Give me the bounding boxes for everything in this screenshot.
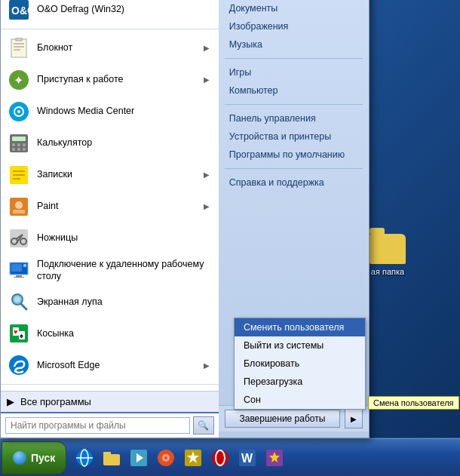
right-item-music[interactable]: Музыка xyxy=(219,35,369,54)
menu-item-solitaire[interactable]: ♥ ♠ Косынка xyxy=(1,318,219,349)
menu-item-paint[interactable]: Paint ▶ xyxy=(1,191,219,223)
magnify-icon xyxy=(7,290,31,314)
start-label: Пуск xyxy=(31,452,55,464)
all-programs-button[interactable]: ▶ Все программы xyxy=(1,391,219,412)
submenu-logout[interactable]: Выйти из системы xyxy=(235,336,365,355)
work-arrow-icon: ▶ xyxy=(204,75,213,84)
start-items-list: Программы и компоненты - Ярлык O&O O&O D… xyxy=(1,0,219,391)
svg-text:W: W xyxy=(241,452,253,465)
menu-item-defrag[interactable]: O&O O&O Defrag (Win32) xyxy=(1,0,219,26)
submenu-switch-user[interactable]: Сменить пользователя xyxy=(235,318,365,336)
menu-item-calc-label: Калькулятор xyxy=(37,137,213,149)
submenu-logout-label: Выйти из системы xyxy=(244,340,324,351)
svg-rect-23 xyxy=(12,148,15,151)
menu-item-scissors[interactable]: Ножницы xyxy=(1,223,219,254)
taskbar-wmp-icon[interactable] xyxy=(154,446,178,470)
taskbar-star-icon[interactable] xyxy=(262,446,287,470)
svg-text:♠: ♠ xyxy=(20,332,23,339)
right-item-computer[interactable]: Компьютер xyxy=(219,81,369,100)
right-item-images[interactable]: Изображения xyxy=(219,17,369,35)
shutdown-label: Завершение работы xyxy=(239,413,325,424)
work-icon: ✦ xyxy=(7,68,31,92)
menu-item-solitaire-label: Косынка xyxy=(37,327,213,339)
all-programs-arrow-icon: ▶ xyxy=(7,396,14,407)
taskbar-flash-icon[interactable] xyxy=(181,446,205,470)
menu-item-notes-label: Записки xyxy=(37,168,198,180)
scissors-icon xyxy=(7,226,31,250)
menu-item-wmc[interactable]: Windows Media Center xyxy=(1,96,219,127)
submenu-restart[interactable]: Перезагрузка xyxy=(235,373,365,391)
start-menu-left: Программы и компоненты - Ярлык O&O O&O D… xyxy=(1,0,219,438)
notes-icon xyxy=(7,163,31,187)
svg-text:♥: ♥ xyxy=(14,328,17,336)
right-divider-2 xyxy=(225,58,363,59)
edge-icon xyxy=(7,353,31,377)
svg-text:O&O: O&O xyxy=(11,5,29,17)
svg-point-45 xyxy=(14,296,20,302)
defrag-icon: O&O xyxy=(7,0,31,22)
right-item-control-panel[interactable]: Панель управления xyxy=(219,109,369,127)
svg-rect-12 xyxy=(16,38,22,41)
menu-item-work[interactable]: ✦ Приступая к работе ▶ xyxy=(1,64,219,96)
paint-icon xyxy=(7,195,31,219)
edge-arrow-icon: ▶ xyxy=(204,361,213,370)
submenu-lock[interactable]: Блокировать xyxy=(235,355,365,373)
tooltip-popup: Смена пользователя xyxy=(368,396,459,410)
taskbar-items: W xyxy=(66,446,460,470)
menu-divider-1 xyxy=(1,29,219,29)
svg-rect-42 xyxy=(11,264,22,272)
menu-item-notepad[interactable]: Блокнот ▶ xyxy=(1,32,219,64)
right-item-images-label: Изображения xyxy=(229,21,289,32)
right-item-devices[interactable]: Устройства и принтеры xyxy=(219,127,369,146)
desktop-folder[interactable]: ая папка xyxy=(370,234,406,276)
folder-icon xyxy=(370,234,406,264)
start-orb-icon xyxy=(13,451,26,465)
menu-item-edge[interactable]: Microsoft Edge ▶ xyxy=(1,349,219,381)
svg-rect-68 xyxy=(103,452,111,456)
menu-item-rdp[interactable]: Подключение к удаленному рабочему столу xyxy=(1,254,219,287)
menu-item-magnify[interactable]: Экранная лупа xyxy=(1,286,219,318)
taskbar-word-icon[interactable]: W xyxy=(235,446,259,470)
menu-divider-2 xyxy=(1,384,219,385)
start-button[interactable]: Пуск xyxy=(2,441,66,474)
svg-rect-40 xyxy=(16,275,22,277)
rdp-icon xyxy=(7,258,31,282)
right-item-default-programs-label: Программы по умолчанию xyxy=(229,149,345,160)
right-divider-4 xyxy=(225,168,363,169)
svg-point-31 xyxy=(15,201,23,209)
paint-arrow-icon: ▶ xyxy=(204,202,213,210)
svg-rect-8 xyxy=(11,39,26,57)
right-item-documents[interactable]: Документы xyxy=(219,0,369,17)
menu-item-work-label: Приступая к работе xyxy=(37,73,198,85)
menu-item-wmc-label: Windows Media Center xyxy=(37,105,213,117)
right-item-devices-label: Устройства и принтеры xyxy=(229,131,331,142)
right-item-help-label: Справка и поддержка xyxy=(229,177,324,188)
submenu-switch-user-label: Сменить пользователя xyxy=(244,322,344,333)
shutdown-submenu: Сменить пользователя Выйти из системы Бл… xyxy=(234,318,366,410)
right-item-games[interactable]: Игры xyxy=(219,63,369,81)
right-item-computer-label: Компьютер xyxy=(229,85,278,96)
taskbar: Пуск xyxy=(0,438,460,476)
menu-item-notepad-label: Блокнот xyxy=(37,41,198,54)
svg-point-77 xyxy=(216,450,225,465)
shutdown-button[interactable]: Завершение работы xyxy=(225,410,340,428)
taskbar-media-icon[interactable] xyxy=(127,446,151,470)
taskbar-opera-icon[interactable] xyxy=(208,446,232,470)
right-item-help[interactable]: Справка и поддержка xyxy=(219,174,369,192)
menu-item-notes[interactable]: Записки ▶ xyxy=(1,159,219,191)
menu-item-calc[interactable]: Калькулятор xyxy=(1,127,219,159)
menu-item-paint-label: Paint xyxy=(37,200,198,212)
svg-rect-21 xyxy=(17,143,20,146)
taskbar-ie-icon[interactable] xyxy=(72,446,97,470)
svg-point-17 xyxy=(17,110,20,113)
svg-rect-43 xyxy=(23,264,26,267)
taskbar-folder-icon[interactable] xyxy=(100,446,124,470)
search-button[interactable]: 🔍 xyxy=(193,416,214,435)
submenu-sleep[interactable]: Сон xyxy=(235,391,365,409)
svg-text:✦: ✦ xyxy=(14,74,23,87)
svg-rect-24 xyxy=(17,148,20,151)
right-item-default-programs[interactable]: Программы по умолчанию xyxy=(219,146,369,164)
right-divider-3 xyxy=(225,104,363,105)
search-input[interactable] xyxy=(5,417,190,434)
shutdown-arrow-button[interactable]: ▶ xyxy=(345,409,363,428)
